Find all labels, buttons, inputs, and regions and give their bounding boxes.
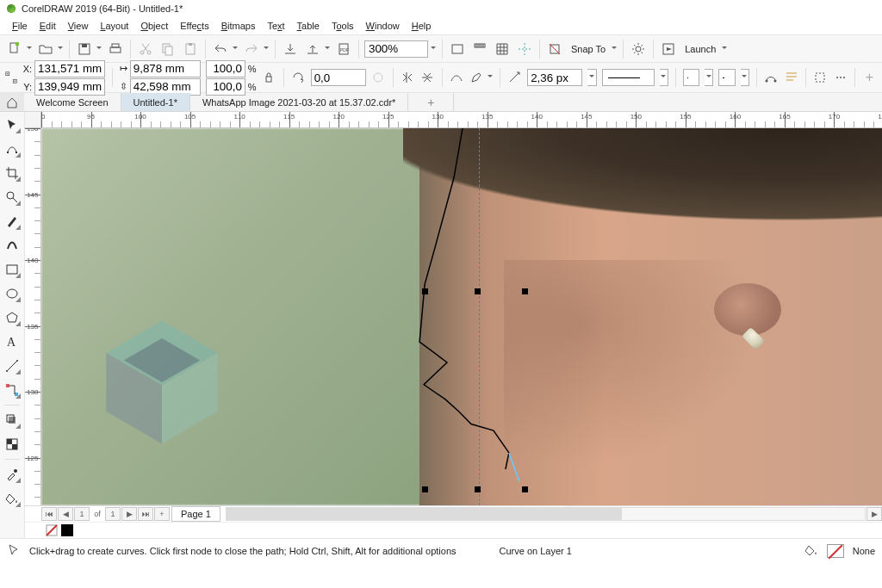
rectangle-tool[interactable]: [3, 260, 22, 279]
launch-button[interactable]: [659, 40, 678, 59]
lock-ratio-button[interactable]: [262, 68, 276, 87]
crop-tool[interactable]: [3, 164, 22, 183]
add-toolbar-button[interactable]: +: [862, 68, 877, 87]
undo-button[interactable]: [211, 40, 230, 59]
selection-handle[interactable]: [522, 288, 528, 294]
copy-button[interactable]: [158, 40, 177, 59]
undo-dropdown[interactable]: [232, 40, 239, 59]
menu-text[interactable]: Text: [267, 21, 284, 31]
horizontal-ruler[interactable]: 9095100105110115120125130135140145150155…: [25, 112, 882, 128]
print-button[interactable]: [106, 40, 125, 59]
parallel-dimension-tool[interactable]: [3, 356, 22, 375]
export-dropdown[interactable]: [324, 40, 331, 59]
artistic-media-tool[interactable]: [3, 236, 22, 255]
prev-page-button[interactable]: ◀: [58, 507, 73, 521]
menu-file[interactable]: File: [12, 21, 28, 31]
zoom-input[interactable]: [364, 40, 428, 58]
wrap-text-button[interactable]: [784, 68, 798, 87]
menu-layout[interactable]: Layout: [100, 21, 128, 31]
width-input[interactable]: [130, 60, 201, 77]
menu-view[interactable]: View: [68, 21, 89, 31]
save-dropdown[interactable]: [96, 40, 102, 59]
open-button[interactable]: [36, 40, 55, 59]
drawing-canvas[interactable]: [41, 128, 882, 505]
line-style-selector[interactable]: [602, 69, 655, 86]
import-button[interactable]: [281, 40, 300, 59]
fill-none-swatch[interactable]: [827, 544, 844, 558]
redo-button[interactable]: [242, 40, 261, 59]
horizontal-scrollbar[interactable]: [226, 507, 866, 521]
fill-tool[interactable]: [3, 489, 22, 508]
quick-customize-button[interactable]: [833, 68, 848, 87]
vertical-guideline[interactable]: [479, 128, 480, 505]
menu-edit[interactable]: Edit: [40, 21, 56, 31]
rotation-input[interactable]: [311, 69, 366, 86]
menu-tools[interactable]: Tools: [332, 21, 354, 31]
vertical-ruler[interactable]: 150145140135130125120: [25, 128, 41, 505]
menu-table[interactable]: Table: [297, 21, 320, 31]
menu-help[interactable]: Help: [412, 21, 432, 31]
export-button[interactable]: [303, 40, 322, 59]
menu-window[interactable]: Window: [366, 21, 400, 31]
home-tab[interactable]: [0, 93, 24, 111]
freehand-tool[interactable]: [3, 212, 22, 231]
mirror-horizontal-button[interactable]: [401, 68, 415, 87]
snap-dropdown[interactable]: [611, 40, 618, 59]
publish-pdf-button[interactable]: PDF: [334, 40, 353, 59]
show-rulers-button[interactable]: [470, 40, 489, 59]
pick-tool[interactable]: [3, 115, 22, 134]
selection-handle[interactable]: [422, 288, 428, 294]
first-page-button[interactable]: ⏮: [41, 507, 57, 521]
end-arrowhead-selector[interactable]: [718, 69, 735, 86]
cut-button[interactable]: [136, 40, 155, 59]
launch-label[interactable]: Launch: [681, 44, 719, 54]
transparency-tool[interactable]: [3, 435, 22, 454]
selection-handle[interactable]: [522, 486, 528, 492]
no-color-swatch[interactable]: [46, 524, 58, 536]
ruler-origin[interactable]: [25, 112, 41, 127]
launch-dropdown[interactable]: [721, 40, 728, 59]
selection-handle[interactable]: [475, 288, 481, 294]
fullscreen-preview-button[interactable]: [448, 40, 467, 59]
text-tool[interactable]: A: [3, 332, 22, 351]
mirror-vertical-button[interactable]: [420, 68, 435, 87]
smoothing-dropdown[interactable]: [488, 68, 493, 87]
page-tab-1[interactable]: Page 1: [171, 506, 220, 522]
start-arrow-dropdown[interactable]: [705, 69, 713, 86]
selection-handle[interactable]: [475, 486, 481, 492]
shape-tool[interactable]: [3, 139, 22, 158]
paste-button[interactable]: [181, 40, 200, 59]
selection-handle[interactable]: [422, 486, 428, 492]
show-guidelines-button[interactable]: [515, 40, 534, 59]
next-page-button[interactable]: ▶: [121, 507, 137, 521]
zoom-dropdown[interactable]: [430, 40, 437, 59]
eyedropper-tool[interactable]: [3, 465, 22, 484]
tab-welcome[interactable]: Welcome Screen: [24, 93, 121, 111]
zoom-tool[interactable]: [3, 188, 22, 207]
polygon-tool[interactable]: [3, 308, 22, 327]
rotate-reset-button[interactable]: [371, 68, 386, 87]
start-arrowhead-selector[interactable]: [683, 69, 699, 86]
bounding-box-button[interactable]: [813, 68, 828, 87]
options-button[interactable]: [629, 40, 648, 59]
line-style-dropdown[interactable]: [660, 69, 668, 86]
redo-dropdown[interactable]: [263, 40, 270, 59]
tab-whatsapp[interactable]: WhatsApp Image 2021-03-20 at 15.37.02.cd…: [190, 93, 408, 111]
new-document-button[interactable]: [5, 40, 24, 59]
x-position-input[interactable]: [34, 60, 105, 77]
menu-object[interactable]: Object: [140, 21, 168, 31]
outline-width-dropdown[interactable]: [587, 69, 596, 86]
save-button[interactable]: [75, 40, 94, 59]
snap-to-label[interactable]: Snap To: [568, 44, 609, 54]
scroll-right-button[interactable]: ▶: [866, 507, 882, 521]
tab-untitled[interactable]: Untitled-1*: [121, 93, 190, 111]
drop-shadow-tool[interactable]: [3, 411, 22, 430]
connector-tool[interactable]: [3, 381, 22, 399]
menu-effects[interactable]: Effects: [180, 21, 208, 31]
new-dropdown[interactable]: [26, 40, 33, 59]
ellipse-tool[interactable]: [3, 284, 22, 303]
open-dropdown[interactable]: [57, 40, 64, 59]
add-page-button[interactable]: +: [154, 507, 170, 521]
show-grid-button[interactable]: [493, 40, 512, 59]
end-arrow-dropdown[interactable]: [741, 69, 749, 86]
